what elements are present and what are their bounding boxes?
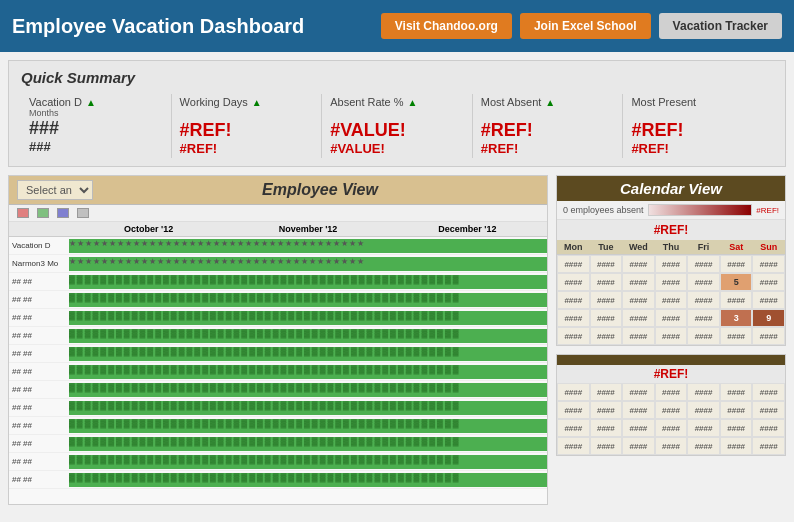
- cv-cell: ####: [590, 327, 623, 345]
- legend-box-4: [77, 208, 89, 218]
- cv-cell: ####: [655, 327, 688, 345]
- ev-col-dec: December '12: [388, 224, 547, 234]
- join-excel-school-button[interactable]: Join Excel School: [520, 13, 651, 39]
- employee-view-col-headers: October '12 November '12 December '12: [9, 222, 547, 237]
- cv-cell: ####: [622, 291, 655, 309]
- cv2-cell: ####: [752, 401, 785, 419]
- cv2-cell: ####: [557, 437, 590, 455]
- cv2-cell: ####: [622, 419, 655, 437]
- qs-subvalue-1: ###: [29, 139, 163, 154]
- cv-cell: ####: [720, 327, 753, 345]
- cv2-cell: ####: [720, 419, 753, 437]
- table-row: ## ##▓▓▓▓▓▓▓▓▓▓▓▓▓▓▓▓▓▓▓▓▓▓▓▓▓▓▓▓▓▓▓▓▓▓▓…: [9, 363, 547, 381]
- ev-row-label-text: ## ##: [9, 330, 69, 341]
- qs-arrow-up-2: ▲: [252, 97, 262, 108]
- ev-row-label-text: ## ##: [9, 384, 69, 395]
- table-row: ## ##▓▓▓▓▓▓▓▓▓▓▓▓▓▓▓▓▓▓▓▓▓▓▓▓▓▓▓▓▓▓▓▓▓▓▓…: [9, 471, 547, 489]
- calendar-gradient-row: 0 employees absent #REF!: [557, 201, 785, 220]
- cv-cell: ####: [752, 273, 785, 291]
- cv-cell: ####: [557, 255, 590, 273]
- ev-row-label-text: ## ##: [9, 276, 69, 287]
- cv2-cell: ####: [720, 401, 753, 419]
- employee-select[interactable]: Select an: [17, 180, 93, 200]
- cv2-cell: ####: [557, 401, 590, 419]
- calendar-view-header: Calendar View: [557, 176, 785, 201]
- ev-row-vacation: Vacation D ★★★★★★★★★★★★★★★★★★★★★★★★★★★★★…: [9, 237, 547, 255]
- cv-cell-highlighted-5: 5: [720, 273, 753, 291]
- cv-cell: ####: [557, 309, 590, 327]
- qs-value-1: ###: [29, 118, 163, 139]
- table-row: ## ##▓▓▓▓▓▓▓▓▓▓▓▓▓▓▓▓▓▓▓▓▓▓▓▓▓▓▓▓▓▓▓▓▓▓▓…: [9, 309, 547, 327]
- ev-bar-fill: ▓▓▓▓▓▓▓▓▓▓▓▓▓▓▓▓▓▓▓▓▓▓▓▓▓▓▓▓▓▓▓▓▓▓▓▓▓▓▓▓…: [69, 311, 547, 325]
- ev-bar-fill: ▓▓▓▓▓▓▓▓▓▓▓▓▓▓▓▓▓▓▓▓▓▓▓▓▓▓▓▓▓▓▓▓▓▓▓▓▓▓▓▓…: [69, 419, 547, 433]
- table-row: ## ##▓▓▓▓▓▓▓▓▓▓▓▓▓▓▓▓▓▓▓▓▓▓▓▓▓▓▓▓▓▓▓▓▓▓▓…: [9, 381, 547, 399]
- cv-cell: ####: [752, 255, 785, 273]
- vacation-tracker-button[interactable]: Vacation Tracker: [659, 13, 782, 39]
- qs-arrow-up-4: ▲: [545, 97, 555, 108]
- quick-summary-section: Quick Summary Vacation D ▲ Months ### ##…: [8, 60, 786, 167]
- cv-cell: ####: [687, 273, 720, 291]
- cv-cell: ####: [687, 309, 720, 327]
- table-row: ## ##▓▓▓▓▓▓▓▓▓▓▓▓▓▓▓▓▓▓▓▓▓▓▓▓▓▓▓▓▓▓▓▓▓▓▓…: [9, 291, 547, 309]
- qs-working-days: Working Days ▲ #REF! #REF!: [172, 94, 323, 158]
- cv-day-thu: Thu: [655, 240, 688, 254]
- table-row: ## ##▓▓▓▓▓▓▓▓▓▓▓▓▓▓▓▓▓▓▓▓▓▓▓▓▓▓▓▓▓▓▓▓▓▓▓…: [9, 273, 547, 291]
- cv2-cell: ####: [655, 419, 688, 437]
- ev-bar-fill: ▓▓▓▓▓▓▓▓▓▓▓▓▓▓▓▓▓▓▓▓▓▓▓▓▓▓▓▓▓▓▓▓▓▓▓▓▓▓▓▓…: [69, 437, 547, 451]
- cv-cell-highlighted-3: 3: [720, 309, 753, 327]
- cv2-cell: ####: [687, 383, 720, 401]
- header: Employee Vacation Dashboard Visit Chando…: [0, 0, 794, 52]
- qs-value-3: #VALUE!: [330, 120, 464, 141]
- qs-value-2: #REF!: [180, 120, 314, 141]
- qs-spacer-3: [330, 108, 464, 120]
- cv-cell: ####: [720, 255, 753, 273]
- quick-summary-grid: Vacation D ▲ Months ### ### Working Days…: [21, 94, 773, 158]
- legend-box-1: [17, 208, 29, 218]
- ev-row-bar: ▓▓▓▓▓▓▓▓▓▓▓▓▓▓▓▓▓▓▓▓▓▓▓▓▓▓▓▓▓▓▓▓▓▓▓▓▓▓▓▓…: [69, 329, 547, 343]
- legend-item-1: [17, 208, 29, 218]
- quick-summary-title: Quick Summary: [21, 69, 773, 86]
- table-row: ## ##▓▓▓▓▓▓▓▓▓▓▓▓▓▓▓▓▓▓▓▓▓▓▓▓▓▓▓▓▓▓▓▓▓▓▓…: [9, 435, 547, 453]
- ev-bar-fill: ▓▓▓▓▓▓▓▓▓▓▓▓▓▓▓▓▓▓▓▓▓▓▓▓▓▓▓▓▓▓▓▓▓▓▓▓▓▓▓▓…: [69, 383, 547, 397]
- qs-sublabel-1: Months: [29, 108, 163, 118]
- cv2-cell: ####: [622, 437, 655, 455]
- cv2-cell: ####: [590, 437, 623, 455]
- cv2-cell: ####: [720, 383, 753, 401]
- page-title: Employee Vacation Dashboard: [12, 15, 373, 38]
- qs-arrow-up-3: ▲: [408, 97, 418, 108]
- cv-cell: ####: [687, 255, 720, 273]
- cv-cell: ####: [590, 309, 623, 327]
- legend-box-3: [57, 208, 69, 218]
- ev-bar-fill: ▓▓▓▓▓▓▓▓▓▓▓▓▓▓▓▓▓▓▓▓▓▓▓▓▓▓▓▓▓▓▓▓▓▓▓▓▓▓▓▓…: [69, 365, 547, 379]
- ev-row-label-text: ## ##: [9, 294, 69, 305]
- cv2-header-bar: [565, 358, 777, 362]
- cv-cell: ####: [622, 327, 655, 345]
- qs-value-4: #REF!: [481, 120, 615, 141]
- qs-spacer-4: [481, 108, 615, 120]
- qs-col-label-3: Absent Rate % ▲: [330, 96, 464, 108]
- calendar-view2-panel: #REF! #### #### #### #### #### #### ####…: [556, 354, 786, 456]
- calendar-month-title: #REF!: [557, 220, 785, 240]
- ev-row-label-text: ## ##: [9, 474, 69, 485]
- ev-bar-fill: ▓▓▓▓▓▓▓▓▓▓▓▓▓▓▓▓▓▓▓▓▓▓▓▓▓▓▓▓▓▓▓▓▓▓▓▓▓▓▓▓…: [69, 347, 547, 361]
- cv2-cell: ####: [720, 437, 753, 455]
- qs-subvalue-4: #REF!: [481, 141, 615, 156]
- cv-cell: ####: [655, 291, 688, 309]
- cv-cell: ####: [687, 327, 720, 345]
- cv2-cell: ####: [622, 383, 655, 401]
- table-row: ## ##▓▓▓▓▓▓▓▓▓▓▓▓▓▓▓▓▓▓▓▓▓▓▓▓▓▓▓▓▓▓▓▓▓▓▓…: [9, 327, 547, 345]
- qs-subvalue-2: #REF!: [180, 141, 314, 156]
- calendar-days-grid: #### #### #### #### #### #### #### #### …: [557, 255, 785, 345]
- table-row: ## ##▓▓▓▓▓▓▓▓▓▓▓▓▓▓▓▓▓▓▓▓▓▓▓▓▓▓▓▓▓▓▓▓▓▓▓…: [9, 417, 547, 435]
- ev-row-bar: ▓▓▓▓▓▓▓▓▓▓▓▓▓▓▓▓▓▓▓▓▓▓▓▓▓▓▓▓▓▓▓▓▓▓▓▓▓▓▓▓…: [69, 455, 547, 469]
- cv2-cell: ####: [590, 383, 623, 401]
- ev-row-narmon: Narmon3 Mo ★★★★★★★★★★★★★★★★★★★★★★★★★★★★★…: [9, 255, 547, 273]
- visit-chandoo-button[interactable]: Visit Chandoo.org: [381, 13, 512, 39]
- cv-cell: ####: [557, 327, 590, 345]
- ev-row-label-text: ## ##: [9, 456, 69, 467]
- cv-cell: ####: [557, 273, 590, 291]
- employee-view-header: Select an Employee View: [9, 176, 547, 205]
- ev-row-label-header: [9, 224, 69, 234]
- ev-bar-fill-vacation: ★★★★★★★★★★★★★★★★★★★★★★★★★★★★★★★★★★★★★: [69, 239, 547, 253]
- qs-absent-rate: Absent Rate % ▲ #VALUE! #VALUE!: [322, 94, 473, 158]
